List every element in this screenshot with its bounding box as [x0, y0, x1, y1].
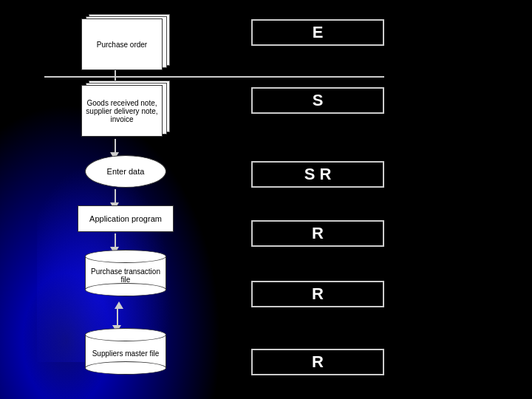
- diagram-container: Purchase order Goods received note, supp…: [44, 7, 488, 392]
- label-box-R1: R: [251, 220, 384, 247]
- goods-received-shape: Goods received note, supplier delivery n…: [81, 85, 170, 137]
- label-R2-box: R: [251, 281, 384, 307]
- label-R3-box: R: [251, 349, 384, 375]
- goods-received-label: Goods received note, supplier delivery n…: [81, 85, 163, 137]
- application-program-node: Application program: [44, 205, 207, 232]
- label-box-E: E: [251, 19, 384, 46]
- application-program-shape: Application program: [78, 205, 174, 232]
- purchase-order-label: Purchase order: [81, 18, 163, 70]
- arrow-line-3: [115, 189, 116, 202]
- label-S-box: S: [251, 87, 384, 114]
- enter-data-node: Enter data: [44, 155, 207, 188]
- suppliers-master-node: Suppliers master file: [44, 328, 207, 375]
- arrow-line-2: [115, 139, 116, 152]
- purchase-transaction-node: Purchase transaction file: [44, 250, 207, 296]
- purchase-transaction-shape: Purchase transaction file: [85, 250, 166, 296]
- purchase-order-node: Purchase order: [44, 18, 207, 70]
- label-box-R3: R: [251, 349, 384, 375]
- arrow-line-5: [117, 309, 118, 325]
- cyl1-top: [85, 250, 166, 263]
- label-SR-box: S R: [251, 161, 384, 188]
- cyl1-bottom: [85, 283, 166, 296]
- cyl2-bottom: [85, 361, 166, 375]
- label-R1-box: R: [251, 220, 384, 247]
- label-SR-text: S R: [304, 165, 332, 184]
- goods-received-node: Goods received note, supplier delivery n…: [44, 85, 207, 137]
- enter-data-label: Enter data: [107, 167, 145, 176]
- label-E-box: E: [251, 19, 384, 46]
- arrow-head-up-5: [115, 301, 123, 309]
- label-box-R2: R: [251, 281, 384, 307]
- label-box-S: S: [251, 87, 384, 114]
- label-R2-text: R: [312, 284, 324, 304]
- label-box-SR: S R: [251, 161, 384, 188]
- separator-line: [44, 76, 384, 78]
- label-R3-text: R: [312, 352, 324, 372]
- purchase-order-shape: Purchase order: [81, 18, 170, 70]
- cyl2-top: [85, 328, 166, 341]
- label-R1-text: R: [312, 224, 324, 243]
- label-S-text: S: [313, 91, 324, 110]
- label-E-text: E: [313, 23, 324, 42]
- arrow-line-4: [115, 233, 116, 247]
- enter-data-shape: Enter data: [85, 155, 166, 188]
- suppliers-master-shape: Suppliers master file: [85, 328, 166, 375]
- application-program-label: Application program: [89, 214, 162, 223]
